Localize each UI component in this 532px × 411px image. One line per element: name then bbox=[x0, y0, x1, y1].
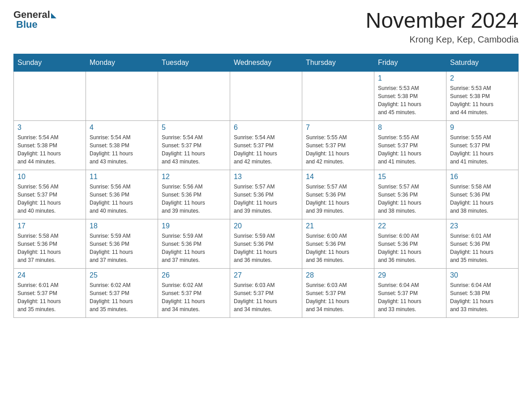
calendar-cell: 20Sunrise: 5:59 AM Sunset: 5:36 PM Dayli… bbox=[230, 219, 302, 268]
calendar-cell: 1Sunrise: 5:53 AM Sunset: 5:38 PM Daylig… bbox=[374, 71, 446, 120]
day-info: Sunrise: 5:53 AM Sunset: 5:38 PM Dayligh… bbox=[450, 84, 515, 116]
day-info: Sunrise: 5:59 AM Sunset: 5:36 PM Dayligh… bbox=[234, 232, 298, 264]
calendar-cell bbox=[86, 71, 158, 120]
calendar-cell bbox=[302, 71, 374, 120]
calendar-cell: 4Sunrise: 5:54 AM Sunset: 5:38 PM Daylig… bbox=[86, 120, 158, 170]
day-number: 17 bbox=[17, 222, 82, 230]
day-number: 8 bbox=[378, 124, 442, 132]
day-number: 22 bbox=[378, 222, 442, 230]
calendar-cell: 6Sunrise: 5:54 AM Sunset: 5:37 PM Daylig… bbox=[230, 120, 302, 170]
calendar-cell: 22Sunrise: 6:00 AM Sunset: 5:36 PM Dayli… bbox=[374, 219, 446, 268]
day-number: 16 bbox=[450, 173, 515, 181]
calendar-cell: 24Sunrise: 6:01 AM Sunset: 5:37 PM Dayli… bbox=[14, 268, 86, 317]
calendar-cell: 26Sunrise: 6:02 AM Sunset: 5:37 PM Dayli… bbox=[158, 268, 230, 317]
calendar-cell: 29Sunrise: 6:04 AM Sunset: 5:37 PM Dayli… bbox=[374, 268, 446, 317]
day-info: Sunrise: 6:04 AM Sunset: 5:38 PM Dayligh… bbox=[450, 281, 515, 313]
day-info: Sunrise: 5:55 AM Sunset: 5:37 PM Dayligh… bbox=[306, 133, 370, 166]
calendar-cell: 28Sunrise: 6:03 AM Sunset: 5:37 PM Dayli… bbox=[302, 268, 374, 317]
day-number: 29 bbox=[378, 271, 442, 279]
page-header: General Blue November 2024 Krong Kep, Ke… bbox=[13, 9, 519, 45]
day-number: 12 bbox=[162, 173, 226, 181]
day-info: Sunrise: 5:56 AM Sunset: 5:36 PM Dayligh… bbox=[162, 183, 226, 215]
day-number: 3 bbox=[17, 124, 82, 132]
calendar-cell: 27Sunrise: 6:03 AM Sunset: 5:37 PM Dayli… bbox=[230, 268, 302, 317]
day-info: Sunrise: 5:54 AM Sunset: 5:37 PM Dayligh… bbox=[234, 133, 298, 166]
day-number: 10 bbox=[17, 173, 82, 181]
calendar-cell: 11Sunrise: 5:56 AM Sunset: 5:36 PM Dayli… bbox=[86, 170, 158, 219]
day-number: 26 bbox=[162, 271, 226, 279]
calendar-week-row: 3Sunrise: 5:54 AM Sunset: 5:38 PM Daylig… bbox=[14, 120, 519, 170]
day-info: Sunrise: 6:01 AM Sunset: 5:36 PM Dayligh… bbox=[450, 232, 515, 264]
day-info: Sunrise: 5:57 AM Sunset: 5:36 PM Dayligh… bbox=[234, 183, 298, 215]
calendar-week-row: 1Sunrise: 5:53 AM Sunset: 5:38 PM Daylig… bbox=[14, 71, 519, 120]
day-number: 21 bbox=[306, 222, 370, 230]
day-info: Sunrise: 5:55 AM Sunset: 5:37 PM Dayligh… bbox=[450, 133, 515, 166]
calendar-cell: 13Sunrise: 5:57 AM Sunset: 5:36 PM Dayli… bbox=[230, 170, 302, 219]
calendar-cell: 5Sunrise: 5:54 AM Sunset: 5:37 PM Daylig… bbox=[158, 120, 230, 170]
day-number: 28 bbox=[306, 271, 370, 279]
day-number: 6 bbox=[234, 124, 298, 132]
day-info: Sunrise: 6:03 AM Sunset: 5:37 PM Dayligh… bbox=[306, 281, 370, 313]
day-info: Sunrise: 5:56 AM Sunset: 5:37 PM Dayligh… bbox=[17, 183, 82, 215]
day-number: 7 bbox=[306, 124, 370, 132]
day-number: 18 bbox=[90, 222, 154, 230]
day-info: Sunrise: 5:54 AM Sunset: 5:37 PM Dayligh… bbox=[162, 133, 226, 166]
calendar-cell: 21Sunrise: 6:00 AM Sunset: 5:36 PM Dayli… bbox=[302, 219, 374, 268]
day-of-week-header: Sunday bbox=[14, 54, 86, 71]
calendar-cell: 14Sunrise: 5:57 AM Sunset: 5:36 PM Dayli… bbox=[302, 170, 374, 219]
calendar-week-row: 10Sunrise: 5:56 AM Sunset: 5:37 PM Dayli… bbox=[14, 170, 519, 219]
day-info: Sunrise: 6:02 AM Sunset: 5:37 PM Dayligh… bbox=[162, 281, 226, 313]
location-text: Krong Kep, Kep, Cambodia bbox=[365, 34, 519, 45]
day-number: 25 bbox=[90, 271, 154, 279]
day-info: Sunrise: 5:56 AM Sunset: 5:36 PM Dayligh… bbox=[90, 183, 154, 215]
day-number: 30 bbox=[450, 271, 515, 279]
calendar-cell: 23Sunrise: 6:01 AM Sunset: 5:36 PM Dayli… bbox=[446, 219, 519, 268]
day-number: 19 bbox=[162, 222, 226, 230]
day-info: Sunrise: 5:55 AM Sunset: 5:37 PM Dayligh… bbox=[378, 133, 442, 166]
calendar-cell bbox=[230, 71, 302, 120]
calendar-cell: 19Sunrise: 5:59 AM Sunset: 5:36 PM Dayli… bbox=[158, 219, 230, 268]
day-info: Sunrise: 5:54 AM Sunset: 5:38 PM Dayligh… bbox=[90, 133, 154, 166]
month-title: November 2024 bbox=[365, 9, 519, 33]
day-number: 24 bbox=[17, 271, 82, 279]
calendar-cell: 18Sunrise: 5:59 AM Sunset: 5:36 PM Dayli… bbox=[86, 219, 158, 268]
day-info: Sunrise: 5:59 AM Sunset: 5:36 PM Dayligh… bbox=[90, 232, 154, 264]
calendar-cell: 12Sunrise: 5:56 AM Sunset: 5:36 PM Dayli… bbox=[158, 170, 230, 219]
day-info: Sunrise: 6:04 AM Sunset: 5:37 PM Dayligh… bbox=[378, 281, 442, 313]
day-of-week-header: Friday bbox=[374, 54, 446, 71]
day-number: 20 bbox=[234, 222, 298, 230]
day-number: 14 bbox=[306, 173, 370, 181]
day-of-week-header: Tuesday bbox=[158, 54, 230, 71]
calendar-cell: 17Sunrise: 5:58 AM Sunset: 5:36 PM Dayli… bbox=[14, 219, 86, 268]
day-info: Sunrise: 6:03 AM Sunset: 5:37 PM Dayligh… bbox=[234, 281, 298, 313]
calendar-cell: 30Sunrise: 6:04 AM Sunset: 5:38 PM Dayli… bbox=[446, 268, 519, 317]
title-section: November 2024 Krong Kep, Kep, Cambodia bbox=[365, 9, 519, 45]
calendar-cell bbox=[14, 71, 86, 120]
day-number: 11 bbox=[90, 173, 154, 181]
calendar-table: SundayMondayTuesdayWednesdayThursdayFrid… bbox=[13, 54, 519, 318]
day-info: Sunrise: 6:01 AM Sunset: 5:37 PM Dayligh… bbox=[17, 281, 82, 313]
day-number: 13 bbox=[234, 173, 298, 181]
calendar-cell: 10Sunrise: 5:56 AM Sunset: 5:37 PM Dayli… bbox=[14, 170, 86, 219]
day-info: Sunrise: 6:02 AM Sunset: 5:37 PM Dayligh… bbox=[90, 281, 154, 313]
day-number: 2 bbox=[450, 74, 515, 82]
day-number: 4 bbox=[90, 124, 154, 132]
day-info: Sunrise: 5:58 AM Sunset: 5:36 PM Dayligh… bbox=[450, 183, 515, 215]
day-number: 5 bbox=[162, 124, 226, 132]
day-info: Sunrise: 6:00 AM Sunset: 5:36 PM Dayligh… bbox=[378, 232, 442, 264]
calendar-cell: 8Sunrise: 5:55 AM Sunset: 5:37 PM Daylig… bbox=[374, 120, 446, 170]
calendar-cell: 25Sunrise: 6:02 AM Sunset: 5:37 PM Dayli… bbox=[86, 268, 158, 317]
day-of-week-header: Wednesday bbox=[230, 54, 302, 71]
day-number: 9 bbox=[450, 124, 515, 132]
day-info: Sunrise: 5:54 AM Sunset: 5:38 PM Dayligh… bbox=[17, 133, 82, 166]
day-of-week-header: Monday bbox=[86, 54, 158, 71]
day-number: 27 bbox=[234, 271, 298, 279]
calendar-cell bbox=[158, 71, 230, 120]
calendar-cell: 16Sunrise: 5:58 AM Sunset: 5:36 PM Dayli… bbox=[446, 170, 519, 219]
calendar-cell: 2Sunrise: 5:53 AM Sunset: 5:38 PM Daylig… bbox=[446, 71, 519, 120]
logo: General Blue bbox=[13, 9, 56, 30]
logo-blue-text: Blue bbox=[16, 19, 38, 30]
calendar-cell: 9Sunrise: 5:55 AM Sunset: 5:37 PM Daylig… bbox=[446, 120, 519, 170]
day-of-week-header: Thursday bbox=[302, 54, 374, 71]
day-info: Sunrise: 5:58 AM Sunset: 5:36 PM Dayligh… bbox=[17, 232, 82, 264]
